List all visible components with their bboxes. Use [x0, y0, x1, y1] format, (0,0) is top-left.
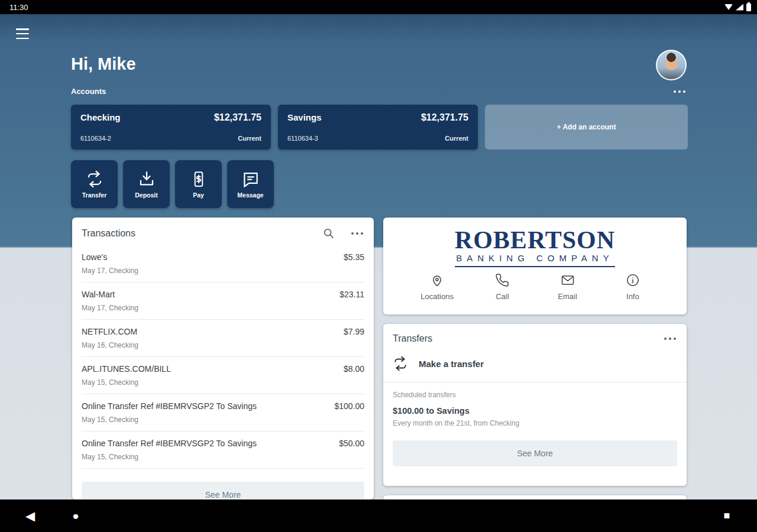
quick-action-label: Deposit [135, 192, 158, 199]
transaction-name: Lowe's [82, 252, 138, 262]
quick-actions-row: Transfer Deposit Pay [71, 160, 274, 208]
transactions-overflow-icon[interactable] [350, 232, 364, 235]
transaction-main: Lowe's May 17, Checking [82, 252, 138, 275]
message-button[interactable]: Message [227, 160, 274, 208]
transfer-icon [86, 170, 103, 188]
pay-button[interactable]: Pay [175, 160, 222, 208]
transfers-title: Transfers [393, 333, 432, 344]
call-button[interactable]: Call [478, 273, 526, 301]
bank-actions-row: Locations Call Email [383, 267, 687, 301]
quick-action-label: Transfer [82, 192, 106, 199]
email-button[interactable]: Email [544, 273, 591, 301]
account-number: 6110634-2 [80, 135, 121, 142]
transaction-row[interactable]: Lowe's May 17, Checking $5.35 [82, 245, 364, 283]
transfer-icon [393, 356, 408, 371]
hamburger-bar [16, 28, 29, 30]
deposit-button[interactable]: Deposit [123, 160, 170, 208]
scheduled-transfers-heading: Scheduled transfers [383, 382, 687, 401]
transaction-name: Wal-Mart [82, 290, 138, 300]
transaction-main: APL.ITUNES.COM/BILL May 15, Checking [82, 364, 171, 387]
message-icon [242, 170, 260, 188]
account-name: Checking [80, 112, 121, 122]
transaction-amount: $8.00 [344, 364, 364, 387]
quick-action-label: Pay [193, 192, 204, 199]
transaction-amount: $100.00 [334, 401, 364, 424]
info-button[interactable]: Info [609, 273, 656, 301]
home-icon[interactable]: ● [67, 499, 85, 532]
transactions-see-more-button[interactable]: See More [82, 482, 364, 499]
bank-logo-name: ROBERTSON [455, 228, 615, 252]
transaction-main: Wal-Mart May 17, Checking [82, 290, 138, 312]
add-account-button[interactable]: + Add an account [485, 105, 688, 150]
transaction-detail: May 15, Checking [82, 378, 171, 387]
bank-info-card: ROBERTSON BANKING COMPANY Locations Call [383, 218, 687, 314]
transactions-list: Lowe's May 17, Checking $5.35 Wal-Mart M… [72, 245, 374, 469]
accounts-overflow-icon[interactable] [672, 90, 687, 93]
add-account-label: + Add an account [557, 123, 616, 131]
bank-action-label: Locations [420, 292, 454, 301]
transaction-amount: $5.35 [344, 252, 364, 275]
transfers-overflow-icon[interactable] [663, 338, 677, 340]
hamburger-bar [16, 38, 29, 40]
quick-action-label: Message [237, 192, 263, 199]
transaction-amount: $23.11 [339, 290, 364, 312]
account-card-checking[interactable]: Checking 6110634-2 $12,371.75 Current [71, 105, 271, 150]
transfer-button[interactable]: Transfer [71, 160, 118, 208]
account-card-left: Savings 6110634-3 [287, 112, 322, 142]
hamburger-menu-button[interactable] [16, 28, 29, 39]
search-icon[interactable] [322, 227, 335, 239]
transaction-row[interactable]: Online Transfer Ref #IBEMRVSGP2 To Savin… [82, 394, 364, 432]
battery-icon [746, 4, 751, 11]
transaction-detail: May 16, Checking [82, 341, 138, 349]
transaction-main: Online Transfer Ref #IBEMRVSGP2 To Savin… [82, 401, 257, 424]
deposit-icon [138, 170, 156, 188]
location-pin-icon [430, 273, 444, 287]
bank-action-label: Info [626, 292, 639, 301]
envelope-icon [561, 273, 575, 287]
transactions-title: Transactions [82, 228, 135, 239]
scheduled-transfer-item[interactable]: $100.00 to Savings Every month on the 21… [383, 401, 687, 430]
transactions-header: Transactions [72, 218, 374, 245]
transaction-row[interactable]: APL.ITUNES.COM/BILL May 15, Checking $8.… [82, 357, 364, 394]
transaction-detail: May 17, Checking [82, 304, 138, 312]
info-icon [626, 273, 640, 287]
account-balance: $12,371.75 [214, 112, 261, 123]
bank-logo: ROBERTSON BANKING COMPANY [455, 228, 615, 267]
status-time: 11:30 [9, 3, 28, 12]
account-status: Current [445, 135, 468, 142]
account-card-savings[interactable]: Savings 6110634-3 $12,371.75 Current [278, 105, 478, 150]
transaction-name: Online Transfer Ref #IBEMRVSGP2 To Savin… [82, 439, 257, 449]
hamburger-bar [16, 33, 29, 35]
transaction-amount: $50.00 [339, 439, 364, 461]
status-icons [724, 4, 751, 11]
transaction-main: NETFLIX.COM May 16, Checking [82, 327, 138, 349]
bank-logo-subtitle: BANKING COMPANY [455, 253, 615, 263]
back-icon[interactable]: ◀ [21, 499, 39, 532]
transfers-header: Transfers [383, 324, 687, 350]
transfers-see-more-button[interactable]: See More [393, 440, 677, 466]
transaction-row[interactable]: Wal-Mart May 17, Checking $23.11 [82, 283, 364, 320]
bank-action-label: Email [558, 292, 577, 301]
transaction-detail: May 17, Checking [82, 267, 138, 275]
transactions-header-icons [322, 227, 364, 239]
pay-icon [190, 170, 208, 188]
bank-action-label: Call [496, 292, 509, 301]
account-card-right: $12,371.75 Current [214, 112, 261, 142]
locations-button[interactable]: Locations [413, 273, 461, 301]
make-a-transfer-button[interactable]: Make a transfer [383, 350, 687, 382]
transaction-row[interactable]: NETFLIX.COM May 16, Checking $7.99 [82, 320, 364, 357]
account-number: 6110634-3 [287, 135, 322, 142]
greeting-title: Hi, Mike [71, 54, 136, 74]
app-screen: 11:30 Hi, Mike Accounts Checking 6110634… [0, 0, 757, 532]
transaction-main: Online Transfer Ref #IBEMRVSGP2 To Savin… [82, 439, 257, 461]
account-cards-row: Checking 6110634-2 $12,371.75 Current Sa… [71, 105, 688, 150]
account-card-left: Checking 6110634-2 [80, 112, 121, 142]
recents-icon[interactable]: ■ [718, 499, 736, 532]
transaction-row[interactable]: Online Transfer Ref #IBEMRVSGP2 To Savin… [82, 432, 364, 469]
account-balance: $12,371.75 [421, 112, 468, 123]
avatar[interactable] [656, 50, 687, 80]
cellular-signal-icon [736, 4, 743, 11]
account-status: Current [238, 135, 261, 142]
account-name: Savings [287, 112, 322, 122]
transaction-name: NETFLIX.COM [82, 327, 138, 337]
